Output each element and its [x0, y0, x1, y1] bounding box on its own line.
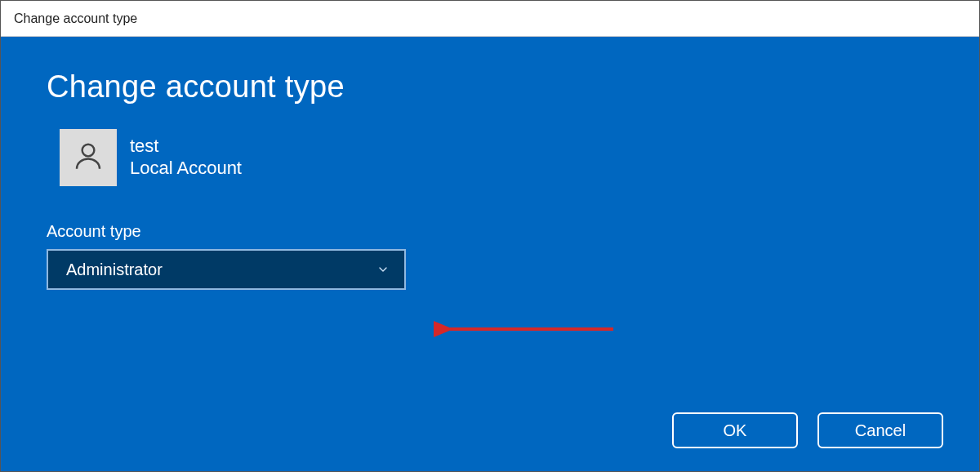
cancel-button[interactable]: Cancel [817, 412, 943, 448]
account-info-row: test Local Account [60, 129, 933, 186]
dialog-content: Change account type test Local Account A… [1, 37, 979, 471]
account-kind: Local Account [130, 157, 242, 180]
account-type-selected-value: Administrator [66, 260, 163, 279]
change-account-type-dialog: Change account type Change account type … [0, 0, 980, 472]
avatar [60, 129, 117, 186]
window-title: Change account type [14, 11, 137, 26]
account-type-label: Account type [47, 222, 933, 241]
page-heading: Change account type [47, 69, 933, 105]
annotation-arrow [434, 313, 621, 349]
account-type-dropdown[interactable]: Administrator [47, 249, 406, 290]
user-icon [71, 139, 105, 176]
account-name: test [130, 136, 242, 157]
svg-point-0 [82, 145, 95, 157]
dialog-buttons: OK Cancel [672, 412, 943, 448]
chevron-down-icon [376, 263, 390, 276]
account-text: test Local Account [130, 136, 242, 180]
ok-button[interactable]: OK [672, 412, 798, 448]
titlebar[interactable]: Change account type [1, 1, 979, 37]
